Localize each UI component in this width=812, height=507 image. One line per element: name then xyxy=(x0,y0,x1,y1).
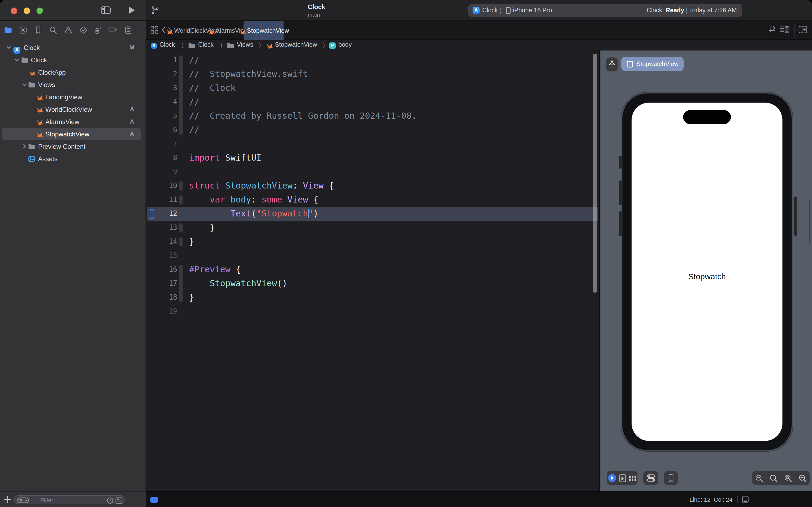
preview-tag[interactable]: StopwatchView xyxy=(621,57,684,71)
code-line-5[interactable]: 5// Created by Russell Gordon on 2024-11… xyxy=(146,109,598,123)
zoom-100-button[interactable]: 1 xyxy=(769,474,777,482)
find-navigator-icon[interactable] xyxy=(49,26,57,35)
code-line-6[interactable]: 6// xyxy=(146,123,598,137)
run-destination-device[interactable]: iPhone 16 Pro xyxy=(513,7,552,13)
breadcrumb-item[interactable]: Clock xyxy=(160,41,175,48)
zoom-in-button[interactable] xyxy=(799,474,807,482)
disclosure-right-icon[interactable] xyxy=(22,144,27,149)
folder-icon xyxy=(28,81,36,88)
code-line-12[interactable]: 12 Text("Stopwatch") xyxy=(146,207,598,221)
issues-navigator-icon[interactable] xyxy=(64,26,72,35)
line-number: 7 xyxy=(146,137,177,151)
iphone-preview-device[interactable]: Stopwatch xyxy=(621,92,793,451)
code-text: } xyxy=(189,235,194,249)
code-line-13[interactable]: 13 } xyxy=(146,221,598,235)
zoom-window-button[interactable] xyxy=(37,7,43,14)
breadcrumb-item[interactable]: body xyxy=(338,41,352,48)
editor-options-icon[interactable] xyxy=(780,26,790,33)
code-line-7[interactable]: 7 xyxy=(146,137,598,151)
breakpoints-navigator-icon[interactable] xyxy=(109,26,117,35)
breadcrumb-separator: ⟩ xyxy=(259,41,261,49)
canvas-scrollbar[interactable] xyxy=(809,200,810,243)
device-settings-button[interactable] xyxy=(647,474,655,482)
code-line-11[interactable]: 11 var body: some View { xyxy=(146,193,598,207)
code-text: // xyxy=(189,95,199,109)
add-editor-icon[interactable] xyxy=(799,26,807,33)
filter-input[interactable] xyxy=(40,496,105,503)
selectable-mode-button[interactable] xyxy=(619,474,626,482)
editor-scrollbar[interactable] xyxy=(593,54,597,293)
pin-preview-button[interactable] xyxy=(606,57,618,71)
code-line-16[interactable]: 16#Preview { xyxy=(146,263,598,277)
disclosure-down-icon[interactable] xyxy=(14,57,19,62)
run-button[interactable] xyxy=(128,6,135,14)
back-icon[interactable] xyxy=(161,26,166,34)
jump-bar[interactable]: AClock⟩Clock⟩Views⟩StopwatchView⟩Pbody xyxy=(146,40,812,51)
tab-worldclockview[interactable]: WorldClockView xyxy=(173,21,212,40)
scheme-name[interactable]: Clock xyxy=(308,3,325,11)
sidebar-item-alarmsview[interactable]: AlarmsViewA xyxy=(0,115,146,128)
code-line-8[interactable]: 8import SwiftUI xyxy=(146,151,598,165)
sidebar-item-label: Clock xyxy=(23,44,40,51)
file-status-badge: A xyxy=(130,130,134,137)
code-line-14[interactable]: 14} xyxy=(146,235,598,249)
navigator-toggle-icon[interactable] xyxy=(101,6,111,14)
bookmarks-navigator-icon[interactable] xyxy=(34,26,43,35)
close-window-button[interactable] xyxy=(11,7,17,14)
sidebar-item-preview-content[interactable]: Preview Content xyxy=(0,140,146,153)
code-line-4[interactable]: 4// xyxy=(146,95,598,109)
swap-editor-icon[interactable] xyxy=(768,26,776,33)
device-screen[interactable]: Stopwatch xyxy=(632,103,782,441)
code-line-15[interactable]: 15 xyxy=(146,249,598,263)
sidebar-item-label: Assets xyxy=(38,155,57,163)
source-control-navigator-icon[interactable] xyxy=(19,26,27,35)
code-line-17[interactable]: 17 StopwatchView() xyxy=(146,277,598,291)
sidebar-item-worldclockview[interactable]: WorldClockViewA xyxy=(0,103,146,115)
sidebar-item-landingview[interactable]: LandingView xyxy=(0,91,146,103)
related-items-icon[interactable] xyxy=(151,26,159,34)
code-line-19[interactable]: 19 xyxy=(146,304,598,319)
tab-stopwatchview[interactable]: StopwatchView xyxy=(244,21,284,40)
minimize-window-button[interactable] xyxy=(23,7,30,14)
disclosure-down-icon[interactable] xyxy=(22,82,27,87)
add-file-button[interactable] xyxy=(4,496,11,503)
sidebar-item-assets[interactable]: Assets xyxy=(0,153,146,165)
document-icon[interactable] xyxy=(742,496,749,503)
breadcrumb-item[interactable]: StopwatchView xyxy=(275,41,317,48)
breadcrumb-item[interactable]: Clock xyxy=(198,41,214,48)
code-line-10[interactable]: 10struct StopwatchView: View { xyxy=(146,179,598,193)
tests-navigator-icon[interactable] xyxy=(79,26,88,35)
project-navigator-icon[interactable] xyxy=(4,26,12,35)
code-line-2[interactable]: 2// StopwatchView.swift xyxy=(146,67,598,81)
run-destination-project[interactable]: Clock xyxy=(482,7,498,13)
xcode-window: Clock main A Clock ⟩ iPhone 16 Pro Clock… xyxy=(0,0,812,507)
activity-viewer[interactable]: A Clock ⟩ iPhone 16 Pro Clock: Ready | T… xyxy=(468,4,742,17)
breadcrumb-item[interactable]: Views xyxy=(237,41,253,48)
breakpoint-indicator[interactable] xyxy=(151,497,158,503)
filter-field[interactable] xyxy=(14,495,125,504)
code-line-18[interactable]: 18} xyxy=(146,291,598,304)
zoom-fit-button[interactable] xyxy=(784,474,792,482)
sidebar-item-views[interactable]: Views xyxy=(0,78,146,91)
reports-navigator-icon[interactable] xyxy=(124,26,133,35)
zoom-out-button[interactable] xyxy=(755,474,763,482)
recents-icon[interactable] xyxy=(107,497,113,504)
code-line-3[interactable]: 3// Clock xyxy=(146,81,598,95)
code-line-1[interactable]: 1// xyxy=(146,53,598,67)
variants-button[interactable] xyxy=(629,475,636,481)
code-line-9[interactable]: 9 xyxy=(146,165,598,179)
add-remove-icon[interactable] xyxy=(115,497,122,504)
disclosure-down-icon[interactable] xyxy=(6,45,11,50)
device-button[interactable] xyxy=(669,474,673,482)
sidebar-item-label: LandingView xyxy=(45,93,82,101)
live-preview-button[interactable] xyxy=(608,474,617,482)
sidebar-item-clockapp[interactable]: ClockApp xyxy=(0,66,146,78)
source-editor[interactable]: 1//2// StopwatchView.swift3// Clock4//5/… xyxy=(146,51,598,492)
filter-options-icon[interactable] xyxy=(17,497,29,503)
volume-up-button xyxy=(619,180,622,205)
sidebar-item-clock[interactable]: AClockM xyxy=(0,41,146,54)
debug-navigator-icon[interactable] xyxy=(94,26,102,35)
code-text: } xyxy=(189,221,215,235)
sidebar-item-clock[interactable]: Clock xyxy=(0,54,146,66)
sidebar-item-stopwatchview[interactable]: StopwatchViewA xyxy=(0,128,146,140)
